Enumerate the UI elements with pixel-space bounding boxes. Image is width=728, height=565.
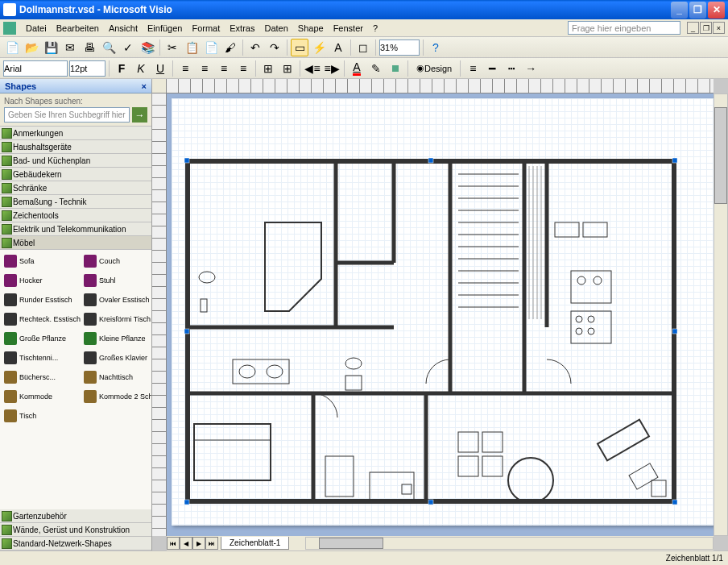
fill-color-button[interactable] bbox=[387, 60, 404, 77]
new-button[interactable]: 📄 bbox=[3, 39, 21, 56]
mail-button[interactable]: ✉ bbox=[61, 39, 79, 56]
horizontal-ruler[interactable] bbox=[167, 79, 714, 93]
shape-item[interactable]: Rechteck. Esstisch bbox=[3, 311, 81, 327]
shape-item[interactable]: Hocker bbox=[3, 272, 81, 289]
text-tool[interactable]: A bbox=[329, 39, 347, 56]
shape-item[interactable]: Runder Esstisch bbox=[3, 292, 81, 308]
font-select[interactable] bbox=[3, 60, 68, 77]
shapes-panel-close[interactable]: × bbox=[142, 81, 147, 91]
tab-last-button[interactable]: ⏭ bbox=[205, 537, 218, 550]
stencil-bar[interactable]: Standard-Netzwerk-Shapes bbox=[0, 537, 151, 550]
menu-extras[interactable]: Extras bbox=[225, 22, 259, 35]
horizontal-scrollbar[interactable] bbox=[305, 537, 714, 550]
line-weight-button[interactable]: ━ bbox=[483, 60, 501, 77]
shape-item[interactable]: Tisch bbox=[3, 408, 81, 424]
shape-item[interactable]: Kommode 2 Schubl. bbox=[83, 388, 151, 405]
help-search-input[interactable] bbox=[568, 21, 680, 35]
shape-item[interactable]: Nachttisch bbox=[83, 369, 151, 385]
tab-first-button[interactable]: ⏮ bbox=[167, 537, 180, 550]
search-go-button[interactable]: → bbox=[132, 107, 147, 123]
shape-item[interactable]: Kommode bbox=[3, 388, 81, 405]
mdi-minimize-button[interactable]: _ bbox=[687, 22, 699, 34]
close-button[interactable]: ✕ bbox=[708, 2, 725, 19]
stencil-bar[interactable]: Wände, Gerüst und Konstruktion bbox=[0, 523, 151, 537]
shape-item[interactable]: Büchersc... bbox=[3, 369, 81, 385]
vertical-ruler[interactable] bbox=[152, 93, 167, 536]
floorplan-drawing[interactable] bbox=[184, 158, 677, 505]
line-color-button[interactable]: ✎ bbox=[367, 60, 385, 77]
distribute-v-button[interactable]: ⊞ bbox=[279, 60, 296, 77]
stencil-bar[interactable]: Elektrik und Telekommunikation bbox=[0, 222, 151, 236]
menu-shape[interactable]: Shape bbox=[293, 22, 329, 35]
paste-button[interactable]: 📄 bbox=[202, 39, 220, 56]
redo-button[interactable]: ↷ bbox=[266, 39, 283, 56]
menu-daten[interactable]: Daten bbox=[259, 22, 292, 35]
menu-fenster[interactable]: Fenster bbox=[329, 22, 368, 35]
decrease-indent-button[interactable]: ◀≡ bbox=[304, 60, 321, 77]
shapes-search-input[interactable] bbox=[4, 107, 130, 123]
line-style-button[interactable]: ≡ bbox=[464, 60, 482, 77]
research-button[interactable]: 📚 bbox=[139, 39, 156, 56]
align-center-button[interactable]: ≡ bbox=[196, 60, 213, 77]
canvas-viewport[interactable] bbox=[167, 93, 714, 536]
menu-ansicht[interactable]: Ansicht bbox=[104, 22, 143, 35]
shape-item[interactable]: Große Pflanze bbox=[3, 330, 81, 347]
design-button[interactable]: ◉ Design bbox=[412, 60, 457, 77]
spell-button[interactable]: ✓ bbox=[119, 39, 137, 56]
menu-einfuegen[interactable]: Einfügen bbox=[143, 22, 187, 35]
stencil-bar[interactable]: Bemaßung - Technik bbox=[0, 195, 151, 209]
align-right-button[interactable]: ≡ bbox=[215, 60, 233, 77]
distribute-h-button[interactable]: ⊞ bbox=[259, 60, 277, 77]
save-button[interactable]: 💾 bbox=[42, 39, 60, 56]
stencil-bar[interactable]: Haushaltsgeräte bbox=[0, 140, 151, 154]
align-justify-button[interactable]: ≡ bbox=[234, 60, 252, 77]
line-pattern-button[interactable]: ┅ bbox=[503, 60, 520, 77]
stencil-bar[interactable]: Zeichentools bbox=[0, 209, 151, 222]
stencil-bar[interactable]: Schränke bbox=[0, 181, 151, 195]
underline-button[interactable]: U bbox=[151, 60, 169, 77]
open-button[interactable]: 📂 bbox=[23, 39, 40, 56]
font-size-select[interactable] bbox=[69, 60, 105, 77]
tab-next-button[interactable]: ▶ bbox=[192, 537, 205, 550]
shape-item[interactable]: Großes Klavier bbox=[83, 350, 151, 366]
preview-button[interactable]: 🔍 bbox=[100, 39, 118, 56]
bold-button[interactable]: F bbox=[113, 60, 130, 77]
stencil-bar[interactable]: Anmerkungen bbox=[0, 127, 151, 140]
shape-item[interactable]: Couch bbox=[83, 253, 151, 269]
shapes-tool[interactable]: ◻ bbox=[354, 39, 372, 56]
stencil-bar[interactable]: Gebäudekern bbox=[0, 168, 151, 181]
undo-button[interactable]: ↶ bbox=[246, 39, 264, 56]
vertical-scrollbar[interactable] bbox=[714, 93, 728, 536]
format-painter-button[interactable]: 🖌 bbox=[221, 39, 239, 56]
shape-item[interactable]: Stuhl bbox=[83, 272, 151, 289]
stencil-bar[interactable]: Bad- und Küchenplan bbox=[0, 154, 151, 168]
cut-button[interactable]: ✂ bbox=[163, 39, 181, 56]
align-left-button[interactable]: ≡ bbox=[176, 60, 194, 77]
mdi-close-button[interactable]: × bbox=[713, 22, 725, 34]
mdi-restore-button[interactable]: ❐ bbox=[700, 22, 712, 34]
menu-datei[interactable]: Datei bbox=[21, 22, 52, 35]
stencil-bar[interactable]: Möbel bbox=[0, 236, 151, 250]
shape-item[interactable]: Tischtenni... bbox=[3, 350, 81, 366]
arrow-style-button[interactable]: → bbox=[522, 60, 540, 77]
tab-prev-button[interactable]: ◀ bbox=[180, 537, 192, 550]
pointer-tool[interactable]: ▭ bbox=[291, 39, 308, 56]
shape-item[interactable]: Kreisförmi Tisch bbox=[83, 311, 151, 327]
print-button[interactable]: 🖶 bbox=[81, 39, 98, 56]
increase-indent-button[interactable]: ≡▶ bbox=[323, 60, 341, 77]
menu-format[interactable]: Format bbox=[187, 22, 225, 35]
zoom-select[interactable] bbox=[379, 39, 420, 56]
italic-button[interactable]: K bbox=[132, 60, 150, 77]
shape-item[interactable]: Sofa bbox=[3, 253, 81, 269]
copy-button[interactable]: 📋 bbox=[183, 39, 201, 56]
menu-help[interactable]: ? bbox=[368, 22, 383, 35]
page-tab[interactable]: Zeichenblatt-1 bbox=[221, 537, 289, 550]
help-button[interactable]: ? bbox=[427, 39, 445, 56]
minimize-button[interactable]: _ bbox=[671, 2, 688, 19]
drawing-canvas[interactable] bbox=[172, 98, 714, 526]
menu-bearbeiten[interactable]: Bearbeiten bbox=[52, 22, 104, 35]
stencil-bar[interactable]: Gartenzubehör bbox=[0, 509, 151, 523]
shape-item[interactable]: Kleine Pflanze bbox=[83, 330, 151, 347]
font-color-button[interactable]: A bbox=[348, 60, 366, 77]
maximize-button[interactable]: ❐ bbox=[689, 2, 706, 19]
